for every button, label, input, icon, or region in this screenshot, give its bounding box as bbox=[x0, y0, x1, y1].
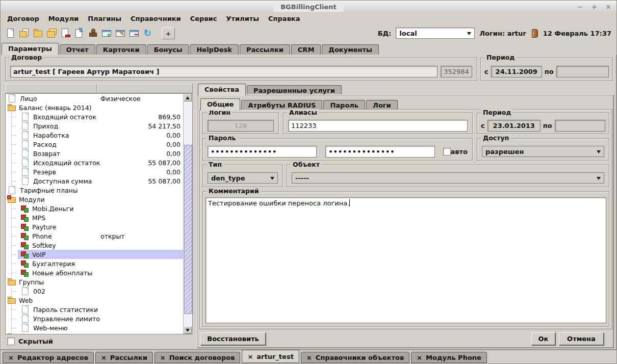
tab-Карточки[interactable]: Карточки bbox=[96, 44, 146, 55]
close-icon[interactable]: × bbox=[605, 3, 611, 10]
tab-Бонусы[interactable]: Бонусы bbox=[147, 44, 189, 55]
workspace-tab-artur_test[interactable]: × artur_test bbox=[242, 350, 299, 363]
tree-item[interactable]: Mobi.Деньги bbox=[6, 204, 183, 213]
tab-Пароль[interactable]: Пароль bbox=[323, 100, 365, 110]
delete-document-button[interactable] bbox=[58, 27, 72, 40]
comment-textarea[interactable]: Тестирование ошибки переноса логина. bbox=[205, 197, 606, 323]
tab-Логи[interactable]: Логи bbox=[366, 100, 398, 110]
login-period-from-field[interactable]: 23.01.2013 bbox=[487, 120, 541, 132]
close-icon[interactable]: × bbox=[8, 354, 14, 361]
type-select[interactable]: den_type bbox=[208, 172, 278, 184]
tree-item[interactable]: Пароль статистики bbox=[6, 305, 183, 314]
tab-label: Документы bbox=[328, 46, 372, 54]
menu-Договор[interactable]: Договор bbox=[3, 14, 44, 23]
add-window-button[interactable] bbox=[99, 27, 113, 40]
scroll-down-button[interactable] bbox=[184, 326, 192, 334]
new-document-button[interactable] bbox=[3, 27, 17, 40]
tree-item[interactable]: Входящий остаток 869,50 bbox=[6, 112, 183, 121]
tree-item[interactable]: MPS bbox=[6, 213, 183, 222]
cancel-button[interactable]: Отмена bbox=[559, 332, 604, 345]
logout-door-icon[interactable] bbox=[531, 29, 538, 38]
login-period-to-field[interactable] bbox=[555, 120, 605, 132]
period-to-field[interactable] bbox=[556, 66, 609, 77]
period-from-field[interactable]: 24.11.2009 bbox=[491, 66, 542, 77]
workspace-tab-Справочники объектов[interactable]: × Справочники объектов bbox=[301, 352, 409, 363]
workspace-tab-Рассылки[interactable]: × Рассылки bbox=[95, 352, 153, 363]
password-field-1[interactable]: •••••••••••••• bbox=[208, 146, 317, 158]
tree-item[interactable]: Доступная сумма 55 087,00 bbox=[6, 176, 183, 186]
tab-HelpDesk[interactable]: HelpDesk bbox=[190, 44, 238, 55]
workspace-tab-Модуль Phone[interactable]: × Модуль Phone bbox=[411, 352, 487, 363]
tree-item[interactable]: Расход 0,00 bbox=[6, 140, 183, 149]
delete-window-button[interactable] bbox=[127, 27, 141, 40]
tree-scrollbar[interactable] bbox=[183, 94, 192, 334]
tree-item[interactable]: Payture bbox=[6, 222, 183, 231]
menu-Плагины[interactable]: Плагины bbox=[83, 14, 126, 23]
restore-button[interactable]: Восстановить bbox=[200, 332, 266, 345]
tree-item[interactable]: VoIP bbox=[6, 250, 183, 259]
menu-Справка[interactable]: Справка bbox=[264, 14, 304, 23]
auto-password-checkbox[interactable] bbox=[443, 148, 451, 155]
stamp-button[interactable] bbox=[86, 27, 99, 40]
refresh-button[interactable] bbox=[141, 27, 155, 40]
sync-document-button[interactable] bbox=[72, 27, 86, 40]
hidden-checkbox[interactable] bbox=[7, 337, 15, 345]
scroll-up-button[interactable] bbox=[184, 94, 192, 101]
tree-item[interactable] bbox=[6, 332, 183, 334]
open-document-button[interactable] bbox=[17, 27, 31, 40]
tree-item[interactable]: Группы bbox=[6, 277, 183, 287]
folder-button[interactable] bbox=[31, 27, 44, 40]
tab-Общие[interactable]: Общие bbox=[200, 98, 240, 111]
folders-button[interactable] bbox=[44, 27, 58, 40]
tree-column-header[interactable] bbox=[97, 84, 193, 93]
tab-Документы[interactable]: Документы bbox=[322, 44, 379, 55]
aliases-field[interactable]: 112233 bbox=[288, 120, 468, 132]
close-icon[interactable]: × bbox=[101, 354, 107, 361]
tree-item[interactable]: Наработка 0,00 bbox=[6, 131, 183, 140]
tree-item[interactable]: Возврат 0,00 bbox=[6, 149, 183, 158]
close-icon[interactable]: × bbox=[306, 354, 312, 361]
workspace-tab-Редактор адресов[interactable]: × Редактор адресов bbox=[3, 352, 94, 363]
tree-item[interactable]: Модули bbox=[6, 195, 183, 204]
scrollbar-thumb[interactable] bbox=[184, 145, 192, 314]
tree-item[interactable]: Управление лимито bbox=[6, 314, 183, 323]
tree-item[interactable]: Тарифные планы bbox=[6, 186, 183, 195]
tree-item[interactable]: Резерв 0,00 bbox=[6, 167, 183, 176]
tab-Отчет[interactable]: Отчет bbox=[60, 44, 95, 55]
tree-item[interactable]: Web-меню bbox=[6, 323, 183, 332]
tree-column-header[interactable] bbox=[5, 84, 97, 93]
close-icon[interactable]: × bbox=[247, 353, 253, 360]
contract-field[interactable]: artur_test [ Гареев Артур Маратович ] bbox=[10, 66, 438, 77]
edit-window-button[interactable] bbox=[113, 27, 127, 40]
add-tab-button[interactable]: + bbox=[162, 28, 175, 39]
object-select[interactable]: ----- bbox=[292, 172, 604, 184]
workspace-tab-Поиск договоров[interactable]: × Поиск договоров bbox=[155, 352, 241, 363]
tab-Рассылки[interactable]: Рассылки bbox=[240, 44, 290, 55]
tree-item[interactable]: Лицо Физическое bbox=[6, 94, 183, 103]
tab-Свойства[interactable]: Свойства bbox=[198, 84, 246, 96]
menu-Модули[interactable]: Модули bbox=[44, 14, 83, 23]
tree-item[interactable]: Исходящий остаток 55 087,00 bbox=[6, 158, 183, 167]
db-select[interactable]: local bbox=[396, 28, 475, 39]
menu-Утилиты[interactable]: Утилиты bbox=[221, 14, 264, 23]
tree-item[interactable]: Новые абонплаты bbox=[6, 268, 183, 277]
password-field-2[interactable]: •••••••••••••• bbox=[325, 146, 434, 158]
tab-CRM[interactable]: CRM bbox=[291, 44, 321, 55]
menu-Справочники[interactable]: Справочники bbox=[126, 14, 186, 23]
tree-item[interactable]: 002 bbox=[6, 287, 183, 296]
minimize-icon[interactable]: − bbox=[577, 3, 583, 10]
access-select[interactable]: разрешен bbox=[482, 146, 604, 157]
tree-item[interactable]: Бухгалтерия bbox=[6, 259, 183, 268]
tree-item[interactable]: Softkey bbox=[6, 241, 183, 250]
tab-Разрешенные услуги[interactable]: Разрешенные услуги bbox=[247, 85, 342, 95]
maximize-icon[interactable]: + bbox=[592, 3, 598, 10]
tree-item[interactable]: Phone открыт bbox=[6, 231, 183, 241]
ok-button[interactable]: Ок bbox=[531, 332, 555, 345]
close-icon[interactable]: × bbox=[160, 354, 166, 361]
close-icon[interactable]: × bbox=[417, 354, 422, 361]
tree-item[interactable]: Web bbox=[6, 296, 183, 305]
tree-item[interactable]: Баланс (январь 2014) bbox=[6, 103, 183, 112]
menu-Сервис[interactable]: Сервис bbox=[186, 14, 222, 23]
tree-item[interactable]: Приход 54 217,50 bbox=[6, 121, 183, 131]
tab-Параметры[interactable]: Параметры bbox=[2, 43, 59, 55]
